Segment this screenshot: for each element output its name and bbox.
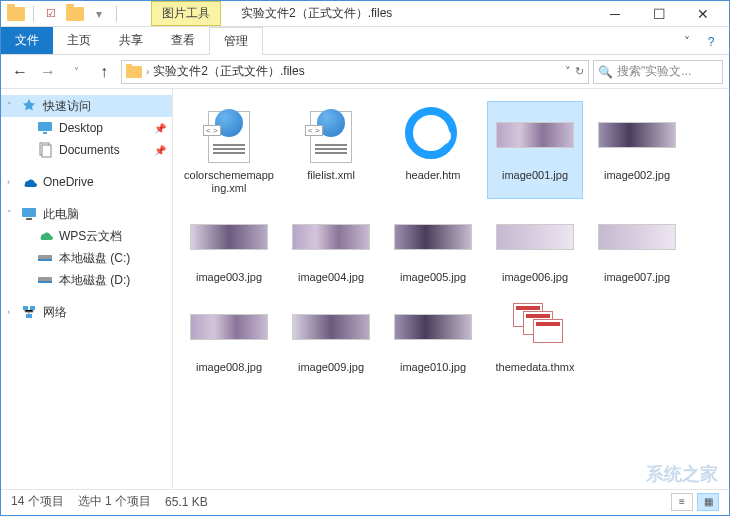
file-item[interactable]: image004.jpg (283, 203, 379, 288)
ribbon-help-icon[interactable]: ? (699, 30, 723, 54)
address-input[interactable]: › 实验文件2（正式文件）.files ˅ ↻ (121, 60, 589, 84)
file-label: image004.jpg (298, 271, 364, 284)
file-item[interactable]: < >filelist.xml (283, 101, 379, 199)
file-thumbnail (393, 297, 473, 357)
file-item[interactable]: image008.jpg (181, 293, 277, 378)
file-thumbnail (393, 207, 473, 267)
sidebar-this-pc[interactable]: ˅ 此电脑 (1, 203, 172, 225)
svg-rect-4 (22, 208, 36, 217)
address-dropdown-icon[interactable]: ˅ (565, 65, 571, 78)
file-thumbnail (597, 105, 677, 165)
status-selection: 选中 1 个项目 (78, 493, 151, 510)
expand-icon[interactable]: › (7, 307, 10, 317)
expand-icon[interactable]: › (7, 177, 10, 187)
navigation-pane: ˅ 快速访问 Desktop 📌 Documents 📌 › OneDrive (1, 89, 173, 489)
file-thumbnail (291, 297, 371, 357)
search-placeholder: 搜索"实验文... (617, 63, 691, 80)
file-thumbnail (189, 297, 269, 357)
file-item[interactable]: image010.jpg (385, 293, 481, 378)
disk-icon (37, 250, 53, 266)
documents-icon (37, 142, 53, 158)
ribbon-tab-share[interactable]: 共享 (105, 27, 157, 54)
sidebar-quick-access[interactable]: ˅ 快速访问 (1, 95, 172, 117)
nav-up-button[interactable]: ↑ (91, 59, 117, 85)
file-thumbnail: < > (189, 105, 269, 165)
qat-newfolder-icon[interactable] (64, 4, 86, 24)
file-label: image001.jpg (502, 169, 568, 182)
file-label: image009.jpg (298, 361, 364, 374)
qat-properties-icon[interactable]: ☑ (40, 4, 62, 24)
close-button[interactable]: ✕ (681, 2, 725, 26)
qat-folder-icon[interactable] (5, 4, 27, 24)
svg-rect-11 (30, 306, 35, 310)
disk-icon (37, 272, 53, 288)
search-input[interactable]: 🔍 搜索"实验文... (593, 60, 723, 84)
nav-back-button[interactable]: ← (7, 59, 33, 85)
titlebar: ☑ ▾ 图片工具 实验文件2（正式文件）.files ─ ☐ ✕ (1, 1, 729, 27)
view-icons-button[interactable]: ▦ (697, 493, 719, 511)
ribbon-expand-icon[interactable]: ˅ (675, 30, 699, 54)
sidebar-desktop[interactable]: Desktop 📌 (1, 117, 172, 139)
contextual-tab-picture-tools[interactable]: 图片工具 (151, 1, 221, 26)
breadcrumb-chevron-icon[interactable]: › (146, 66, 149, 77)
file-label: image005.jpg (400, 271, 466, 284)
file-thumbnail (495, 297, 575, 357)
star-icon (21, 98, 37, 114)
file-thumbnail (495, 207, 575, 267)
file-item[interactable]: image006.jpg (487, 203, 583, 288)
sidebar-disk-d[interactable]: 本地磁盘 (D:) (1, 269, 172, 291)
breadcrumb-path[interactable]: 实验文件2（正式文件）.files (153, 63, 304, 80)
file-label: image002.jpg (604, 169, 670, 182)
status-bar: 14 个项目 选中 1 个项目 65.1 KB ≡ ▦ (1, 489, 729, 513)
file-item[interactable]: image007.jpg (589, 203, 685, 288)
file-item[interactable]: header.htm (385, 101, 481, 199)
view-details-button[interactable]: ≡ (671, 493, 693, 511)
ribbon-tab-home[interactable]: 主页 (53, 27, 105, 54)
file-item[interactable]: themedata.thmx (487, 293, 583, 378)
file-thumbnail: < > (291, 105, 371, 165)
svg-rect-3 (42, 145, 51, 157)
file-label: colorschememapping.xml (183, 169, 275, 195)
nav-forward-button[interactable]: → (35, 59, 61, 85)
file-item[interactable]: image005.jpg (385, 203, 481, 288)
monitor-icon (37, 120, 53, 136)
expand-icon[interactable]: ˅ (7, 101, 12, 111)
file-thumbnail (291, 207, 371, 267)
folder-icon (126, 66, 142, 78)
qat-dropdown-icon[interactable]: ▾ (88, 4, 110, 24)
file-label: image006.jpg (502, 271, 568, 284)
file-item[interactable]: image002.jpg (589, 101, 685, 199)
sidebar-onedrive[interactable]: › OneDrive (1, 171, 172, 193)
file-item[interactable]: image003.jpg (181, 203, 277, 288)
window-title: 实验文件2（正式文件）.files (241, 5, 392, 22)
nav-history-dropdown[interactable]: ˅ (63, 59, 89, 85)
search-icon: 🔍 (598, 65, 613, 79)
file-label: image003.jpg (196, 271, 262, 284)
file-label: header.htm (405, 169, 460, 182)
file-item[interactable]: < >colorschememapping.xml (181, 101, 277, 199)
pc-icon (21, 206, 37, 222)
address-bar: ← → ˅ ↑ › 实验文件2（正式文件）.files ˅ ↻ 🔍 搜索"实验文… (1, 55, 729, 89)
minimize-button[interactable]: ─ (593, 2, 637, 26)
file-label: image010.jpg (400, 361, 466, 374)
maximize-button[interactable]: ☐ (637, 2, 681, 26)
file-thumbnail (393, 105, 473, 165)
sidebar-disk-c[interactable]: 本地磁盘 (C:) (1, 247, 172, 269)
sidebar-documents[interactable]: Documents 📌 (1, 139, 172, 161)
refresh-icon[interactable]: ↻ (575, 65, 584, 78)
sidebar-wps-cloud[interactable]: WPS云文档 (1, 225, 172, 247)
ribbon-tab-file[interactable]: 文件 (1, 27, 53, 54)
status-size: 65.1 KB (165, 495, 208, 509)
file-item[interactable]: image001.jpg (487, 101, 583, 199)
ribbon-tab-view[interactable]: 查看 (157, 27, 209, 54)
sidebar-network[interactable]: › 网络 (1, 301, 172, 323)
svg-rect-7 (38, 259, 52, 261)
file-item[interactable]: image009.jpg (283, 293, 379, 378)
file-label: themedata.thmx (496, 361, 575, 374)
file-label: image008.jpg (196, 361, 262, 374)
svg-rect-1 (43, 132, 47, 134)
ribbon-tab-manage[interactable]: 管理 (209, 27, 263, 55)
expand-icon[interactable]: ˅ (7, 209, 12, 219)
file-list[interactable]: < >colorschememapping.xml< >filelist.xml… (173, 89, 729, 489)
quick-access-toolbar: ☑ ▾ (5, 4, 121, 24)
